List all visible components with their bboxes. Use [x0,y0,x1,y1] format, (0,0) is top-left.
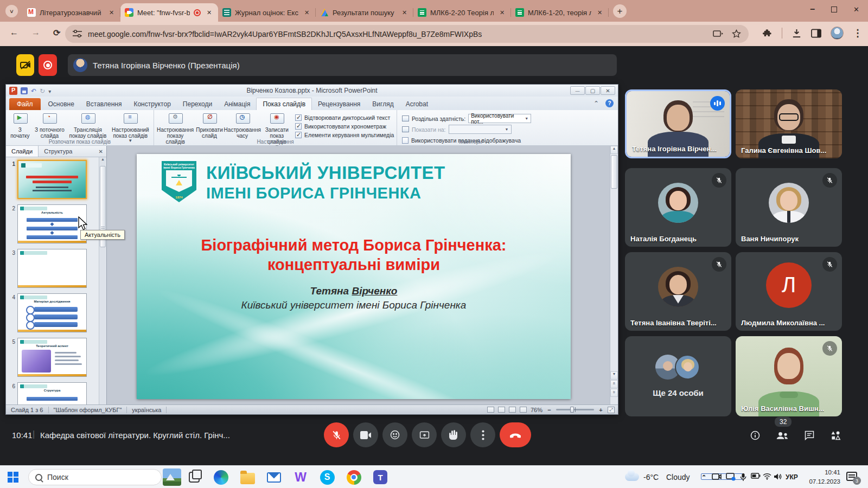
taskbar-skype-icon[interactable] [319,469,335,485]
taskbar-teams-icon[interactable] [372,469,388,485]
ribbon-tab[interactable]: Вставлення [80,98,128,110]
scrollbar-thumb[interactable] [611,155,617,189]
slideshow-view-icon[interactable] [520,407,527,413]
ribbon-tab[interactable]: Конструктор [127,98,176,110]
start-button[interactable] [8,472,18,483]
zoom-in-icon[interactable]: + [598,407,604,413]
ribbon-tab[interactable]: Основне [42,98,80,110]
canvas-scrollbar[interactable] [610,146,618,404]
ribbon-tab[interactable]: Файл [9,98,41,110]
tab-close-button[interactable] [400,8,409,17]
extensions-icon[interactable] [762,28,773,38]
back-button[interactable] [10,28,18,38]
bookmark-star-icon[interactable] [732,29,741,38]
slide-thumbnail[interactable]: 3 [7,249,98,288]
save-icon[interactable] [21,87,28,94]
tray-camera-icon[interactable] [712,473,722,480]
url-text[interactable]: meet.google.com/fnw-fvsr-brx?fbclid=IwAR… [88,30,707,38]
slide-sorter-icon[interactable] [498,407,505,413]
ribbon-checkbox[interactable]: Елементи керування мультимедіа [295,132,393,138]
ppt-maximize-button[interactable] [585,86,600,95]
ppt-close-button[interactable] [601,86,615,95]
profile-avatar[interactable] [831,27,844,40]
participant-tile[interactable]: Наталія Богданець [625,168,731,247]
tray-screenshare-icon[interactable] [726,473,736,481]
chat-icon[interactable] [804,430,815,441]
ribbon-tab[interactable]: Переходи [177,98,218,110]
ribbon-tab[interactable]: Анімація [218,98,256,110]
window-maximize-button[interactable] [831,7,837,12]
download-icon[interactable] [792,28,802,38]
present-screen-button[interactable] [412,422,437,447]
language-indicator[interactable]: українська [127,407,167,413]
help-icon[interactable] [605,99,614,107]
scroll-down-icon[interactable] [610,371,618,380]
slide-thumbnail[interactable]: 5Теоретичний аспект [7,338,98,377]
ribbon-tab[interactable]: Рецензування [312,98,366,110]
ribbon-checkbox[interactable]: Використовувати хронометраж [295,123,393,130]
widgets-button[interactable] [163,468,181,486]
mic-toggle-button[interactable] [324,422,349,447]
scroll-up-icon[interactable] [99,157,106,165]
camera-off-indicator[interactable] [16,54,34,76]
tray-mic-icon[interactable] [740,473,746,481]
new-tab-button[interactable] [613,4,627,18]
next-slide-icon[interactable] [610,389,618,397]
weather-label[interactable]: Cloudy [666,473,690,481]
language-switcher[interactable]: УКР [786,473,798,481]
ribbon-button[interactable]: З поточного слайда [33,112,67,139]
task-view-button[interactable] [189,472,200,483]
camera-toggle-button[interactable] [353,422,378,447]
slide-thumbnail[interactable]: 6Структура [7,382,98,404]
tab-capture-icon[interactable] [713,30,723,38]
resolution-dropdown[interactable]: Використовувати пот... [468,114,531,123]
ribbon-tab[interactable]: Показ слайдів [256,98,312,110]
meeting-details-icon[interactable] [750,430,761,441]
ribbon-checkbox[interactable]: Відтворювати дикторський текст [295,114,393,121]
current-slide[interactable]: Київський університетімені Бориса Грінче… [137,154,571,399]
ribbon-button[interactable]: З початку [8,112,33,139]
window-close-button[interactable] [853,4,859,14]
taskbar-w-app-icon[interactable]: W [292,469,309,485]
zoom-out-icon[interactable]: − [546,407,552,413]
recording-indicator-button[interactable] [39,54,57,76]
normal-view-icon[interactable] [487,407,494,413]
panel-close-icon[interactable] [99,149,103,155]
window-minimize-button[interactable] [810,4,815,14]
browser-tab[interactable]: Літературознавчий круглий [23,3,120,22]
tab-close-button[interactable] [595,8,604,17]
slide-thumbnail[interactable]: 1 [7,160,98,199]
resolution-row[interactable]: Роздільна здатність: Використовувати пот… [402,114,531,123]
tab-search-button[interactable] [5,5,18,17]
side-panel-icon[interactable] [811,29,821,38]
ribbon-tab[interactable]: Вигляд [366,98,399,110]
undo-icon[interactable] [31,86,36,95]
zoom-slider[interactable] [556,409,594,410]
taskbar-explorer-icon[interactable] [239,469,256,485]
participants-icon[interactable] [776,430,789,441]
tray-volume-icon[interactable] [774,473,782,480]
ribbon-button[interactable]: Приховати слайд [195,112,224,139]
participant-tile[interactable]: Галина Євгенівна Шов... [736,89,842,158]
taskbar-edge-icon[interactable] [213,469,229,485]
participant-tile[interactable]: Юлія Василівна Вишн... [736,336,842,416]
address-bar[interactable]: meet.google.com/fnw-fvsr-brx?fbclid=IwAR… [65,25,749,43]
participant-tile[interactable]: Ваня Ничипорук [736,168,842,247]
browser-tab[interactable]: Журнал оцінок: Експорт [218,3,316,22]
ribbon-button[interactable]: Трансляція показу слайдів [67,112,108,139]
ribbon-tab[interactable]: Acrobat [400,98,434,110]
raise-hand-button[interactable] [441,422,466,447]
tab-close-button[interactable] [107,8,116,17]
outline-tab[interactable]: Структура [39,146,78,157]
reload-button[interactable] [53,28,60,38]
weather-icon[interactable] [625,473,639,481]
powerpoint-titlebar[interactable]: Вірченко Козлов.pptx - Microsoft PowerPo… [6,85,618,97]
browser-tab[interactable]: Результати пошуку – Google [316,3,413,22]
ribbon-collapse-icon[interactable] [593,98,599,108]
quick-access-dropdown-icon[interactable] [48,86,51,95]
more-options-button[interactable] [470,422,495,447]
tab-close-button[interactable] [205,8,214,17]
presentation-banner[interactable]: Тетяна Ігорівна Вірченко (Презентація) [68,54,617,76]
panel-scrollbar[interactable] [99,157,106,404]
previous-slide-icon[interactable] [610,380,618,388]
